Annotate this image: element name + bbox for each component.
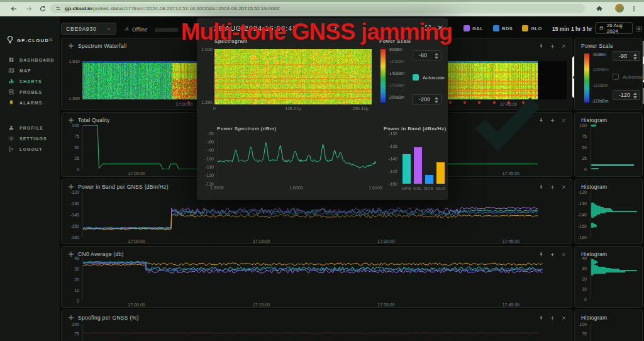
sidebar-item-label: MAP [19, 69, 31, 73]
close-icon[interactable] [561, 184, 567, 190]
url-text: gp-cloud.io/probes-status/17?from=2024-0… [65, 6, 280, 11]
layout-grid4-icon[interactable] [514, 25, 522, 33]
pin-icon[interactable] [538, 315, 544, 321]
stepper[interactable] [633, 92, 637, 99]
modal-power-min-input[interactable]: -200 [413, 94, 441, 104]
browser-chrome: gp-cloud.io/probes-status/17?from=2024-0… [0, 0, 644, 16]
window-edge [0, 0, 644, 2]
sidebar: GP-CLOUD « DASHBOARD MAP CHARTS PROBES A… [0, 16, 60, 341]
add-icon[interactable] [550, 43, 555, 49]
close-icon[interactable] [561, 43, 567, 49]
gp-cloud-logo-icon [6, 35, 14, 44]
battery-progress [155, 28, 179, 32]
add-icon[interactable] [550, 252, 555, 257]
sidebar-item-dashboard[interactable]: DASHBOARD [0, 55, 60, 64]
move-icon[interactable] [68, 43, 74, 49]
layout-rows-icon[interactable] [527, 25, 535, 33]
app-root: gp-cloud.io/probes-status/17?from=2024-0… [0, 0, 644, 341]
panel-title: CN0 Average (db) [78, 251, 124, 257]
pin-icon[interactable] [538, 43, 544, 49]
address-bar[interactable]: gp-cloud.io/probes-status/17?from=2024-0… [50, 4, 585, 13]
checkbox-checked-icon [413, 74, 419, 81]
add-icon[interactable] [550, 315, 555, 321]
sidebar-item-settings[interactable]: SETTINGS [0, 134, 60, 143]
sidebar-item-label: CHARTS [19, 79, 42, 84]
device-select[interactable]: CBE0A930 [61, 23, 116, 35]
date-value: 26 Aug 2024 [607, 23, 628, 34]
scale-label: -90dBm [592, 52, 606, 57]
scale-label: -200dBm [388, 95, 404, 99]
sidebar-item-map[interactable]: MAP [0, 66, 60, 75]
probes-icon [8, 89, 14, 95]
dashboard-icon [8, 57, 14, 63]
layout-grid6-icon[interactable] [540, 25, 547, 33]
sidebar-item-probes[interactable]: PROBES [0, 87, 60, 96]
modal-power-max-input[interactable]: -80 [413, 50, 441, 60]
browser-profile-avatar[interactable] [615, 4, 624, 13]
stepper[interactable] [435, 97, 438, 103]
power-max-value: -80 [419, 52, 427, 59]
panel-title: Histogram [581, 184, 607, 190]
chevron-down-icon [106, 26, 111, 31]
sidebar-item-alarms[interactable]: ALARMS [0, 98, 60, 107]
autoscale-checkbox[interactable]: Autoscale [613, 74, 644, 80]
sidebar-item-logout[interactable]: LOGOUT [0, 145, 60, 154]
power-spectrum-chart: -70-80-90-100-110-120-1301.59001.60001.6… [198, 132, 384, 198]
close-icon[interactable] [561, 315, 567, 321]
sidebar-item-charts[interactable]: CHARTS [0, 77, 60, 86]
histogram-cn0-panel: Histogram 403020100 [574, 246, 643, 308]
bds-swatch [493, 25, 499, 31]
map-icon [8, 67, 14, 74]
scale-label: -140dBm [388, 71, 404, 75]
power-min-value: -120 [619, 92, 630, 98]
panel-title: Histogram [581, 315, 607, 321]
annotation-text: Multi-tone GNSS jamming [181, 19, 452, 45]
x-axis-label: 0 [209, 106, 219, 111]
power-min-input[interactable]: -120 [613, 90, 640, 100]
legend-bds-checkbox[interactable]: BDS [493, 25, 513, 31]
extensions-icon[interactable] [596, 5, 604, 13]
move-icon[interactable] [68, 251, 74, 257]
power-max-input[interactable]: -90 [613, 51, 640, 61]
add-icon[interactable] [550, 184, 555, 190]
autoscale-label: Autoscale [623, 74, 644, 80]
pin-icon[interactable] [538, 252, 544, 257]
modal-autoscale-checkbox[interactable]: Autoscale [413, 74, 445, 81]
power-scale-gradient [380, 49, 386, 103]
move-icon[interactable] [68, 184, 74, 190]
logout-icon [8, 146, 14, 152]
legend-gal-checkbox[interactable]: GAL [464, 25, 483, 31]
range-3hr-button[interactable]: 3 hr [582, 26, 592, 32]
stepper[interactable] [633, 53, 637, 60]
range-15min-button[interactable]: 15 min [552, 26, 569, 32]
sidebar-collapse-button[interactable]: « [49, 36, 53, 43]
browser-forward-icon[interactable] [25, 5, 33, 13]
panel-title: Histogram [581, 251, 607, 257]
panel-title: Spectrum Waterfall [78, 43, 126, 49]
move-icon[interactable] [68, 315, 74, 321]
range-1hr-button[interactable]: 1 hr [571, 26, 581, 32]
move-icon[interactable] [68, 117, 74, 123]
pin-icon[interactable] [538, 184, 544, 190]
checkbox-icon [613, 74, 619, 80]
cn0-average-panel: CN0 Average (db) 40302010017:00:0017:15:… [61, 246, 572, 308]
stepper[interactable] [435, 53, 438, 59]
status-text: Offline [132, 26, 147, 33]
site-settings-icon[interactable] [55, 6, 61, 11]
settings-gear-icon[interactable] [635, 25, 643, 33]
close-icon[interactable] [561, 252, 567, 257]
charts-icon [8, 78, 14, 84]
panel-title: Power Scale [581, 43, 613, 49]
power-max-value: -90 [619, 53, 627, 59]
y-axis-label: 1.610 [62, 59, 80, 64]
browser-refresh-icon[interactable] [39, 5, 47, 13]
sidebar-item-profile[interactable]: PROFILE [0, 123, 60, 132]
calendar-icon [599, 25, 604, 31]
gal-swatch [464, 25, 470, 31]
date-picker[interactable]: 26 Aug 2024 [595, 22, 633, 34]
browser-menu-icon[interactable] [630, 5, 638, 13]
person-icon [8, 125, 14, 131]
browser-back-icon[interactable] [10, 5, 18, 13]
sidebar-item-label: DASHBOARD [19, 58, 54, 62]
histogram-power-panel: Histogram -120-130-140-150-160 [574, 179, 643, 244]
